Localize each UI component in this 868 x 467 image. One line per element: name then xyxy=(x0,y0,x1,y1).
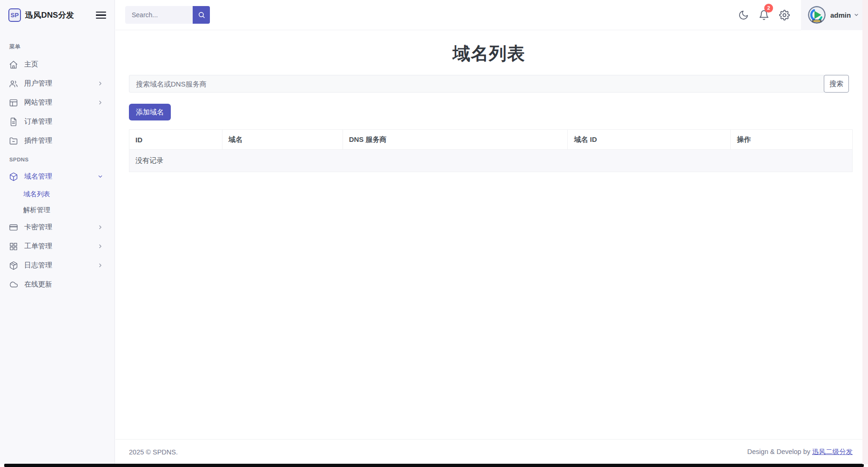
sidebar-item[interactable]: 工单管理 xyxy=(0,237,114,256)
sidebar-item-label: 用户管理 xyxy=(24,79,52,88)
user-name: admin xyxy=(830,11,851,19)
sidebar-item[interactable]: 域名管理 xyxy=(0,167,114,186)
sidebar: SP 迅风DNS分发 菜单 主页 用户管理 网站管理 订单管理 插件管理SPDN… xyxy=(0,0,115,464)
package-icon xyxy=(9,261,18,270)
footer: 2025 © SPDNS. Design & Develop by 迅风二级分发 xyxy=(115,439,862,464)
sidebar-item-label: 域名管理 xyxy=(24,172,52,181)
footer-credit: Design & Develop by 迅风二级分发 xyxy=(747,447,853,456)
domain-table: ID域名DNS 服务商域名 ID操作 没有记录 xyxy=(129,129,853,172)
scrollbar-track[interactable] xyxy=(862,0,868,464)
brand: SP 迅风DNS分发 xyxy=(0,0,114,30)
column-header: 操作 xyxy=(731,130,853,150)
hamburger-menu-icon[interactable] xyxy=(96,10,107,21)
sidebar-section-label: 菜单 xyxy=(0,43,114,50)
main-content: 域名列表 搜索 添加域名 ID域名DNS 服务商域名 ID操作 没有记录 xyxy=(115,31,862,439)
sidebar-item[interactable]: 主页 xyxy=(0,55,114,74)
footer-credit-link[interactable]: 迅风二级分发 xyxy=(812,448,853,455)
search-input[interactable] xyxy=(125,6,193,24)
sidebar-item-label: 日志管理 xyxy=(24,261,52,270)
search-icon xyxy=(198,11,205,19)
user-menu[interactable]: admin xyxy=(801,0,862,30)
table-empty-row: 没有记录 xyxy=(129,150,853,172)
grid-icon xyxy=(9,242,18,251)
sidebar-item-label: 订单管理 xyxy=(24,117,52,126)
chevron-right-icon xyxy=(97,243,103,249)
sidebar-item-label: 在线更新 xyxy=(24,280,52,289)
brand-title[interactable]: 迅风DNS分发 xyxy=(25,10,74,20)
sidebar-item[interactable]: 日志管理 xyxy=(0,256,114,275)
topbar: 2 admin xyxy=(115,0,862,30)
layout-icon xyxy=(9,98,18,107)
sidebar-section-label: SPDNS xyxy=(0,157,114,162)
notifications-button[interactable]: 2 xyxy=(754,0,774,30)
column-header: 域名 ID xyxy=(568,130,731,150)
cube-icon xyxy=(9,172,18,181)
search-button[interactable] xyxy=(193,6,210,24)
chevron-right-icon xyxy=(97,100,103,106)
sidebar-item[interactable]: 卡密管理 xyxy=(0,218,114,237)
domain-filter: 搜索 xyxy=(129,75,849,93)
footer-copyright: 2025 © SPDNS. xyxy=(129,448,178,456)
footer-credit-text: Design & Develop by xyxy=(747,448,812,455)
sidebar-item[interactable]: 网站管理 xyxy=(0,93,114,112)
gear-icon xyxy=(779,10,790,20)
sidebar-item[interactable]: 订单管理 xyxy=(0,112,114,131)
cloud-icon xyxy=(9,280,18,289)
sidebar-item-label: 插件管理 xyxy=(24,136,52,145)
chevron-down-icon xyxy=(97,173,103,180)
column-header: 域名 xyxy=(222,130,343,150)
domain-search-button[interactable]: 搜索 xyxy=(824,75,849,93)
sidebar-item-label: 工单管理 xyxy=(24,242,52,251)
sidebar-item[interactable]: 插件管理 xyxy=(0,131,114,150)
add-domain-button[interactable]: 添加域名 xyxy=(129,104,171,120)
credit-card-icon xyxy=(9,223,18,232)
sidebar-item[interactable]: 在线更新 xyxy=(0,275,114,294)
moon-icon xyxy=(738,10,749,20)
users-icon xyxy=(9,79,18,88)
chevron-right-icon xyxy=(97,262,103,268)
window-bottom-edge xyxy=(4,464,864,467)
column-header: ID xyxy=(129,130,222,150)
sidebar-subitem[interactable]: 域名列表 xyxy=(0,186,114,202)
avatar xyxy=(808,6,826,24)
sidebar-item-label: 卡密管理 xyxy=(24,223,52,232)
table-header-row: ID域名DNS 服务商域名 ID操作 xyxy=(129,130,853,150)
home-icon xyxy=(9,60,18,69)
dark-mode-button[interactable] xyxy=(733,0,754,30)
topbar-actions: 2 admin xyxy=(733,0,862,30)
sidebar-item-label: 网站管理 xyxy=(24,98,52,107)
column-header: DNS 服务商 xyxy=(343,130,568,150)
notification-badge: 2 xyxy=(764,4,773,13)
chevron-down-icon xyxy=(854,12,859,18)
chevron-right-icon xyxy=(97,80,103,87)
page-title: 域名列表 xyxy=(115,42,862,66)
sidebar-nav: 菜单 主页 用户管理 网站管理 订单管理 插件管理SPDNS 域名管理域名列表解… xyxy=(0,30,114,294)
file-icon xyxy=(9,117,18,127)
chevron-right-icon xyxy=(97,224,103,230)
sidebar-item-label: 主页 xyxy=(24,60,38,69)
sidebar-subitem[interactable]: 解析管理 xyxy=(0,202,114,218)
topbar-search xyxy=(125,6,210,24)
folder-icon xyxy=(9,136,18,146)
brand-logo[interactable]: SP xyxy=(8,8,21,22)
domain-search-input[interactable] xyxy=(129,75,824,93)
empty-message: 没有记录 xyxy=(129,150,853,172)
sidebar-item[interactable]: 用户管理 xyxy=(0,74,114,93)
settings-button[interactable] xyxy=(774,0,794,30)
